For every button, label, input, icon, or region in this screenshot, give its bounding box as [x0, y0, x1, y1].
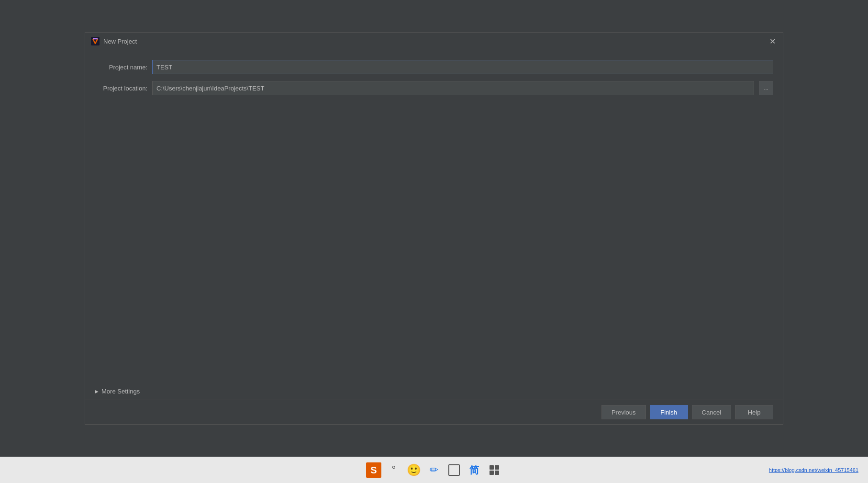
dialog-title: New Project	[103, 38, 137, 45]
taskbar-degree-icon[interactable]: °	[384, 460, 403, 480]
taskbar-jian-icon[interactable]: 简	[465, 460, 484, 480]
smiley-icon: 🙂	[407, 463, 421, 477]
project-name-label: Project name:	[95, 64, 147, 71]
taskbar-square-icon[interactable]	[445, 460, 464, 480]
project-location-row: Project location: ...	[95, 81, 773, 95]
project-location-input[interactable]	[152, 81, 754, 95]
dialog-body: Project name: Project location: ...	[85, 50, 783, 383]
degree-icon: °	[392, 464, 396, 476]
taskbar: S ° 🙂 ✏ 简 https://blog.csdn.n	[0, 457, 868, 483]
s-app-icon: S	[366, 462, 381, 478]
dialog-wrapper: New Project ✕ Project name: Project loca…	[0, 0, 868, 457]
more-settings-section[interactable]: ▶ More Settings	[85, 383, 783, 400]
taskbar-url[interactable]: https://blog.csdn.net/weixin_45715461	[769, 467, 858, 473]
jian-icon: 简	[469, 464, 479, 477]
square-icon	[448, 464, 460, 476]
title-bar-left: New Project	[91, 37, 137, 45]
new-project-dialog: New Project ✕ Project name: Project loca…	[85, 32, 783, 425]
project-name-row: Project name:	[95, 60, 773, 74]
taskbar-smiley-icon[interactable]: 🙂	[404, 460, 423, 480]
taskbar-s-icon[interactable]: S	[364, 460, 383, 480]
body-spacer	[95, 102, 773, 383]
close-button[interactable]: ✕	[768, 36, 777, 46]
project-name-input[interactable]	[152, 60, 773, 74]
more-settings-arrow: ▶	[95, 389, 99, 394]
dialog-footer: Previous Finish Cancel Help	[85, 400, 783, 424]
svg-rect-0	[91, 37, 100, 45]
finish-button[interactable]: Finish	[650, 405, 688, 419]
taskbar-pencil-icon[interactable]: ✏	[424, 460, 444, 480]
title-bar: New Project ✕	[85, 33, 783, 50]
cancel-button[interactable]: Cancel	[692, 405, 731, 419]
taskbar-grid-icon[interactable]	[485, 460, 504, 480]
project-location-label: Project location:	[95, 85, 147, 92]
app-icon	[91, 37, 100, 45]
more-settings-label: More Settings	[101, 388, 140, 395]
pencil-icon: ✏	[430, 464, 438, 476]
help-button[interactable]: Help	[735, 405, 773, 419]
previous-button[interactable]: Previous	[601, 405, 646, 419]
grid-icon	[490, 465, 499, 475]
browse-button[interactable]: ...	[759, 81, 773, 95]
page-wrapper: New Project ✕ Project name: Project loca…	[0, 0, 868, 483]
taskbar-icons: S ° 🙂 ✏ 简	[364, 460, 504, 480]
